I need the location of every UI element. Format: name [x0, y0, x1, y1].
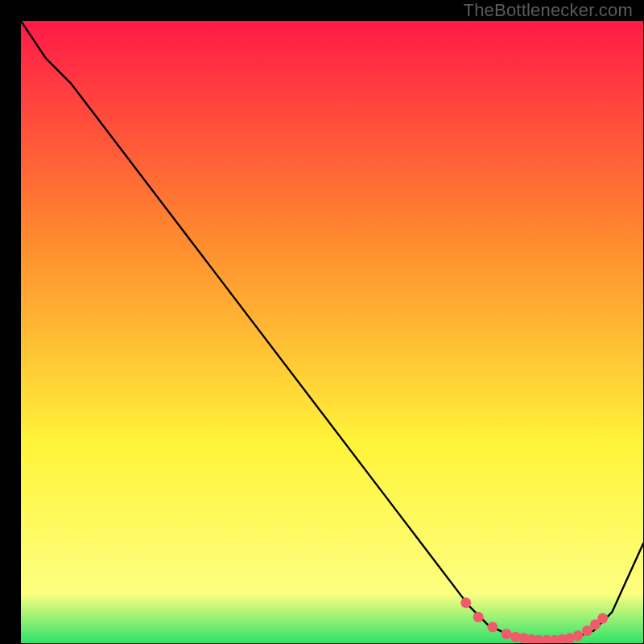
- curve-marker-dot: [597, 613, 608, 624]
- curve-marker-dot: [487, 621, 497, 632]
- curve-marker-dot: [572, 630, 583, 641]
- curve-marker-dot: [501, 629, 511, 639]
- bottleneck-curve-chart: [21, 21, 643, 643]
- curve-marker-dot: [460, 597, 471, 608]
- curve-marker-dot: [473, 612, 484, 622]
- gradient-background: [21, 21, 643, 643]
- watermark-text: TheBottlenecker.com: [464, 0, 633, 21]
- chart-frame: [10, 10, 633, 633]
